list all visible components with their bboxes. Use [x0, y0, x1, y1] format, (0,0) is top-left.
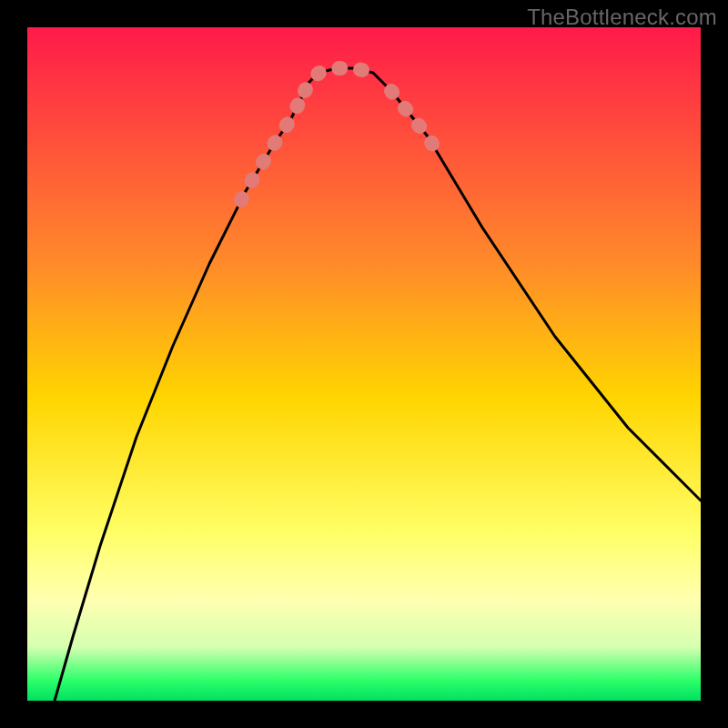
main-curve	[55, 68, 701, 701]
chart-frame	[27, 27, 701, 701]
highlight-segment-1	[305, 68, 373, 91]
watermark-text: TheBottleneck.com	[527, 5, 717, 30]
curve-plot	[27, 27, 701, 701]
highlight-segment-0	[241, 91, 305, 200]
